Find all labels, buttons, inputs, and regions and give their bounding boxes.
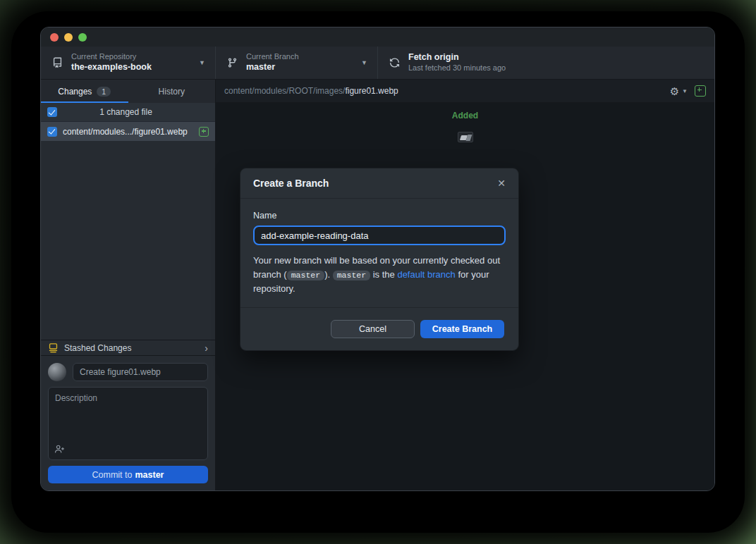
file-list-empty-area (41, 141, 215, 340)
gear-icon: ⚙ (670, 86, 679, 97)
commit-description-wrap (48, 387, 208, 460)
dialog-header: Create a Branch ✕ (240, 168, 518, 199)
file-added-status-icon (199, 127, 209, 137)
traffic-lights (50, 33, 87, 42)
commit-summary-input[interactable] (73, 363, 208, 381)
chevron-down-icon: ▼ (361, 59, 367, 66)
branch-label: Current Branch (246, 52, 354, 62)
stashed-changes-label: Stashed Changes (64, 343, 199, 353)
changes-count-badge: 1 (97, 87, 111, 97)
chevron-right-icon: › (205, 343, 208, 353)
tab-history[interactable]: History (128, 80, 216, 103)
fetch-label: Fetch origin (408, 52, 506, 63)
image-preview-thumbnail (458, 132, 473, 142)
current-branch-button[interactable]: Current Branch master ▼ (216, 47, 378, 79)
current-repository-button[interactable]: Current Repository the-examples-book ▼ (41, 47, 216, 79)
create-branch-button[interactable]: Create Branch (420, 320, 504, 338)
title-bar (41, 27, 714, 47)
repository-label: Current Repository (71, 52, 192, 62)
dialog-body: Name Your new branch will be based on yo… (240, 199, 518, 307)
diff-options-button[interactable]: ⚙ ▼ (670, 86, 688, 97)
create-branch-dialog: Create a Branch ✕ Name Your new branch w… (240, 168, 519, 351)
close-window-button[interactable] (50, 33, 59, 42)
minimize-window-button[interactable] (64, 33, 73, 42)
dialog-title: Create a Branch (253, 178, 497, 189)
breadcrumb: content/modules/ROOT/images/figure01.web… (224, 86, 663, 96)
add-coauthor-icon[interactable] (54, 444, 65, 455)
stashed-changes-row[interactable]: Stashed Changes › (41, 340, 215, 356)
branch-name: master (246, 62, 354, 73)
branch-code-pill: master (333, 271, 370, 280)
commit-button-branch: master (135, 470, 164, 480)
tab-changes[interactable]: Changes 1 (41, 80, 128, 103)
changed-file-row[interactable]: content/modules.../figure01.webp (41, 122, 215, 141)
commit-description-input[interactable] (48, 387, 208, 460)
branch-description-text: Your new branch will be based on your cu… (253, 254, 506, 296)
fetch-sublabel: Last fetched 30 minutes ago (408, 63, 506, 73)
close-icon[interactable]: ✕ (497, 178, 506, 188)
diff-header: content/modules/ROOT/images/figure01.web… (216, 80, 714, 103)
tab-changes-label: Changes (58, 87, 92, 97)
file-checkbox[interactable] (47, 127, 57, 137)
toolbar: Current Repository the-examples-book ▼ C… (41, 47, 714, 80)
branch-code-pill: master (287, 271, 324, 280)
select-all-checkbox[interactable] (47, 107, 57, 117)
chevron-down-icon: ▼ (682, 88, 688, 94)
chevron-down-icon: ▼ (199, 59, 205, 66)
branch-text: Current Branch master (246, 52, 354, 73)
desc-segment: ). (324, 269, 333, 280)
branch-name-input[interactable] (253, 225, 506, 245)
dialog-footer: Cancel Create Branch (240, 307, 518, 350)
fetch-text: Fetch origin Last fetched 30 minutes ago (408, 52, 506, 73)
user-avatar (48, 363, 66, 381)
diff-added-icon (695, 85, 706, 97)
commit-button-prefix: Commit to (92, 470, 133, 480)
tab-history-label: History (159, 87, 185, 97)
changed-files-summary-row: 1 changed file (41, 103, 215, 122)
branch-name-label: Name (253, 211, 506, 221)
file-path: content/modules.../figure01.webp (63, 127, 193, 137)
file-path-name: figure01.webp (345, 86, 398, 96)
repository-name: the-examples-book (71, 62, 192, 73)
stash-icon (48, 342, 59, 353)
sidebar-tabs: Changes 1 History (41, 80, 215, 103)
file-path-directory: content/modules/ROOT/images/ (224, 86, 345, 96)
commit-form: Commit to master (41, 356, 215, 490)
commit-summary-row (48, 363, 208, 381)
git-branch-icon (227, 57, 238, 68)
zoom-window-button[interactable] (78, 33, 87, 42)
repo-icon (52, 57, 63, 68)
desc-segment: is the (370, 269, 397, 280)
cancel-button[interactable]: Cancel (331, 320, 415, 338)
commit-button[interactable]: Commit to master (48, 466, 208, 483)
added-status-label: Added (452, 111, 478, 120)
default-branch-link[interactable]: default branch (397, 269, 455, 280)
sidebar: Changes 1 History 1 changed file content… (41, 80, 216, 490)
fetch-origin-button[interactable]: Fetch origin Last fetched 30 minutes ago (378, 47, 516, 79)
repository-text: Current Repository the-examples-book (71, 52, 192, 73)
sync-icon (389, 57, 400, 68)
changed-files-summary: 1 changed file (57, 107, 209, 117)
